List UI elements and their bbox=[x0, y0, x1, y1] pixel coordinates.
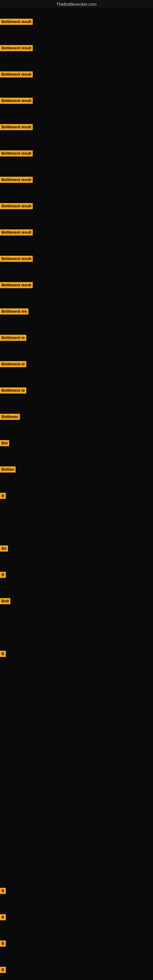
bottleneck-result-label: B bbox=[0, 940, 6, 947]
bottleneck-result-label: Bo bbox=[0, 546, 8, 552]
bar-row: Bottleneck result bbox=[0, 272, 153, 298]
bottleneck-result-label: B bbox=[0, 888, 6, 894]
bar-row bbox=[0, 667, 153, 694]
bottleneck-result-label: Bottleneck result bbox=[0, 256, 33, 262]
bar-row: Bottleneck res bbox=[0, 298, 153, 325]
bottleneck-result-label: Bottleneck result bbox=[0, 72, 33, 78]
site-title-text: TheBottlenecker.com bbox=[56, 2, 97, 7]
bottleneck-result-label: Bottleneck re bbox=[0, 335, 26, 341]
bar-row: Bot bbox=[0, 430, 153, 456]
bottleneck-result-label: B bbox=[0, 914, 6, 920]
bottleneck-result-label: Bottleneck result bbox=[0, 229, 33, 235]
bottleneck-result-label: Bottleneck result bbox=[0, 282, 33, 288]
bar-row: B bbox=[0, 931, 153, 957]
bottleneck-result-label: B bbox=[0, 967, 6, 973]
bottleneck-result-label: Bottleneck result bbox=[0, 150, 33, 156]
bar-row: B bbox=[0, 641, 153, 667]
bar-row: Bottleneck re bbox=[0, 377, 153, 404]
site-title: TheBottlenecker.com bbox=[0, 0, 153, 9]
bar-row: Bo bbox=[0, 535, 153, 562]
bar-row bbox=[0, 851, 153, 878]
bar-row: Bottleneck re bbox=[0, 325, 153, 351]
bottleneck-result-label: Bottleneck result bbox=[0, 45, 33, 51]
bottleneck-result-label: Bottleneck re bbox=[0, 361, 26, 367]
bar-row: Bottleneck result bbox=[0, 114, 153, 140]
bar-row bbox=[0, 694, 153, 720]
bottleneck-result-label: Bottleneck result bbox=[0, 203, 33, 209]
bar-row: B bbox=[0, 562, 153, 588]
bar-row: Bott bbox=[0, 588, 153, 614]
bottleneck-result-label: Bottlen bbox=[0, 466, 16, 473]
bottleneck-result-label: Bottleneck result bbox=[0, 19, 33, 25]
bar-row: Bottleneck result bbox=[0, 193, 153, 219]
bar-row bbox=[0, 509, 153, 535]
bottleneck-result-label: B bbox=[0, 572, 6, 578]
bar-row: B bbox=[0, 483, 153, 509]
bar-row: B bbox=[0, 957, 153, 980]
bar-row: Bottleneck result bbox=[0, 167, 153, 193]
bar-row bbox=[0, 772, 153, 799]
bar-row bbox=[0, 746, 153, 772]
bar-row: Bottleneck result bbox=[0, 9, 153, 35]
bar-row: Bottleneck result bbox=[0, 35, 153, 61]
bar-row: Bottleneck result bbox=[0, 140, 153, 167]
bars-wrapper: Bottleneck resultBottleneck resultBottle… bbox=[0, 9, 153, 980]
bottleneck-result-label: Bottleneck result bbox=[0, 177, 33, 183]
bottleneck-result-label: Bott bbox=[0, 598, 10, 604]
bar-row: Bottlen bbox=[0, 456, 153, 483]
bar-row bbox=[0, 720, 153, 746]
bottleneck-result-label: Bottleneck re bbox=[0, 387, 26, 393]
bottleneck-result-label: Bottlenec bbox=[0, 414, 20, 420]
bottleneck-result-label: Bottleneck result bbox=[0, 98, 33, 104]
bar-row bbox=[0, 614, 153, 641]
bar-row: B bbox=[0, 878, 153, 904]
bar-row: Bottleneck re bbox=[0, 351, 153, 377]
bar-row: Bottleneck result bbox=[0, 246, 153, 272]
bottleneck-result-label: Bottleneck result bbox=[0, 124, 33, 130]
bottleneck-result-label: B bbox=[0, 651, 6, 657]
bar-row: Bottleneck result bbox=[0, 61, 153, 88]
bottleneck-result-label: B bbox=[0, 493, 6, 499]
bottleneck-result-label: Bottleneck res bbox=[0, 309, 29, 315]
bar-row: Bottleneck result bbox=[0, 88, 153, 114]
bar-row: Bottleneck result bbox=[0, 219, 153, 246]
bar-row: B bbox=[0, 904, 153, 931]
bottleneck-result-label: Bot bbox=[0, 440, 9, 446]
bar-row bbox=[0, 825, 153, 851]
bar-row bbox=[0, 799, 153, 825]
bar-row: Bottlenec bbox=[0, 404, 153, 430]
